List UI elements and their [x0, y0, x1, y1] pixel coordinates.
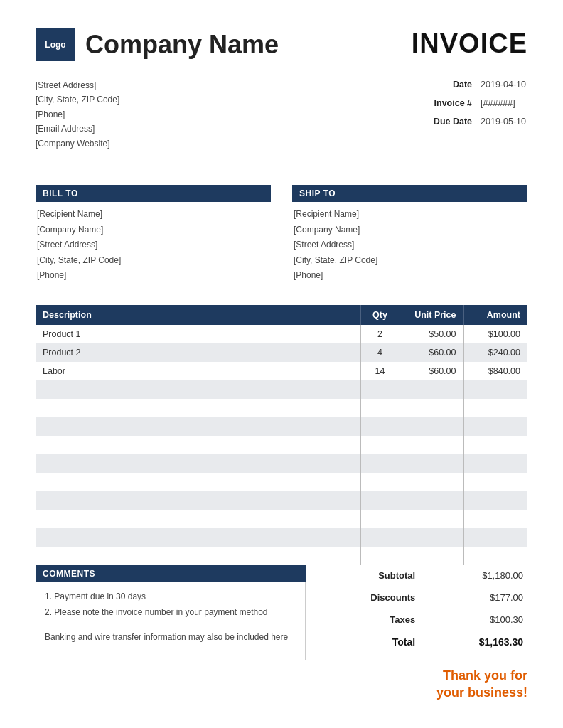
ship-to-block: SHIP TO [Recipient Name] [Company Name] … — [292, 185, 527, 285]
row-qty — [360, 510, 400, 528]
bill-city: [City, State, ZIP Code] — [37, 253, 269, 269]
row-unit-price — [400, 491, 463, 510]
table-row — [36, 528, 527, 547]
row-qty: 4 — [360, 343, 400, 362]
invoice-num-value: [######] — [481, 95, 526, 112]
row-qty — [360, 417, 400, 436]
taxes-value: $100.30 — [427, 609, 527, 631]
row-description — [36, 417, 360, 436]
row-qty — [360, 454, 400, 473]
row-amount — [463, 473, 527, 491]
ship-phone: [Phone] — [294, 268, 526, 284]
comments-block: COMMENTS 1. Payment due in 30 days 2. Pl… — [36, 565, 306, 701]
comment-line1: 1. Payment due in 30 days — [45, 589, 296, 605]
thank-you-line2: your business! — [320, 684, 527, 701]
row-description — [36, 491, 360, 510]
ship-to-header: SHIP TO — [292, 185, 527, 202]
subtotals-table: Subtotal $1,180.00 Discounts $177.00 Tax… — [320, 565, 527, 654]
row-description — [36, 510, 360, 528]
company-address: [Street Address] [City, State, ZIP Code]… — [36, 78, 119, 151]
row-amount — [463, 454, 527, 473]
row-amount: $840.00 — [463, 362, 527, 380]
subtotal-label: Subtotal — [320, 565, 427, 587]
row-qty: 2 — [360, 325, 400, 343]
row-unit-price — [400, 399, 463, 417]
company-email: [Email Address] — [36, 122, 119, 136]
row-amount — [463, 436, 527, 454]
row-qty — [360, 473, 400, 491]
table-row — [36, 491, 527, 510]
row-description — [36, 547, 360, 565]
bill-street: [Street Address] — [37, 237, 269, 253]
row-description — [36, 528, 360, 547]
company-name: Company Name — [85, 31, 279, 59]
subtotal-value: $1,180.00 — [427, 565, 527, 587]
invoice-header: Logo Company Name INVOICE — [36, 28, 527, 61]
ship-company: [Company Name] — [294, 223, 526, 238]
invoice-title: INVOICE — [412, 28, 527, 59]
comment-line3: Banking and wire transfer information ma… — [45, 630, 296, 646]
row-amount: $100.00 — [463, 325, 527, 343]
row-amount — [463, 380, 527, 399]
table-row — [36, 380, 527, 399]
logo-label: Logo — [45, 40, 65, 50]
invoice-meta: Date 2019-04-10 Invoice # [######] Due D… — [432, 75, 527, 132]
bill-recipient: [Recipient Name] — [37, 207, 269, 223]
table-row: Product 12$50.00$100.00 — [36, 325, 527, 343]
table-row — [36, 399, 527, 417]
row-unit-price — [400, 473, 463, 491]
row-amount — [463, 399, 527, 417]
row-unit-price — [400, 436, 463, 454]
col-unit-price: Unit Price — [400, 305, 463, 325]
row-unit-price: $50.00 — [400, 325, 463, 343]
table-row — [36, 417, 527, 436]
company-website: [Company Website] — [36, 136, 119, 151]
invoice-num-label: Invoice # — [434, 95, 479, 112]
date-label: Date — [434, 77, 479, 94]
bill-to-header: BILL TO — [36, 185, 271, 202]
row-unit-price: $60.00 — [400, 343, 463, 362]
row-qty — [360, 436, 400, 454]
row-amount — [463, 547, 527, 565]
table-row: Labor14$60.00$840.00 — [36, 362, 527, 380]
row-unit-price — [400, 547, 463, 565]
row-description — [36, 454, 360, 473]
row-description: Product 2 — [36, 343, 360, 362]
comments-body: 1. Payment due in 30 days 2. Please note… — [36, 582, 306, 660]
table-row — [36, 436, 527, 454]
row-amount — [463, 491, 527, 510]
date-value: 2019-04-10 — [481, 77, 526, 94]
discounts-label: Discounts — [320, 587, 427, 609]
ship-street: [Street Address] — [294, 237, 526, 253]
table-row — [36, 454, 527, 473]
table-row — [36, 473, 527, 491]
row-unit-price — [400, 510, 463, 528]
billing-shipping-section: BILL TO [Recipient Name] [Company Name] … — [36, 185, 527, 285]
table-row — [36, 547, 527, 565]
table-row — [36, 510, 527, 528]
ship-recipient: [Recipient Name] — [294, 207, 526, 223]
row-description — [36, 399, 360, 417]
company-branding: Logo Company Name — [36, 28, 279, 61]
row-qty: 14 — [360, 362, 400, 380]
col-qty: Qty — [360, 305, 400, 325]
row-description: Labor — [36, 362, 360, 380]
row-qty — [360, 547, 400, 565]
row-amount — [463, 528, 527, 547]
row-amount: $240.00 — [463, 343, 527, 362]
total-label: Total — [320, 631, 427, 653]
row-qty — [360, 491, 400, 510]
total-value: $1,163.30 — [427, 631, 527, 653]
row-unit-price — [400, 380, 463, 399]
due-date-label: Due Date — [434, 114, 479, 131]
bill-to-address: [Recipient Name] [Company Name] [Street … — [36, 205, 271, 285]
company-street: [Street Address] — [36, 78, 119, 92]
row-unit-price: $60.00 — [400, 362, 463, 380]
row-qty — [360, 399, 400, 417]
row-description — [36, 473, 360, 491]
row-description: Product 1 — [36, 325, 360, 343]
row-amount — [463, 510, 527, 528]
taxes-label: Taxes — [320, 609, 427, 631]
row-unit-price — [400, 454, 463, 473]
company-phone: [Phone] — [36, 107, 119, 122]
